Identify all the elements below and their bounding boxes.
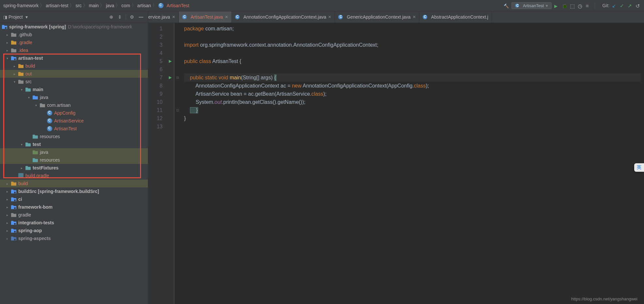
breadcrumb[interactable]: spring-framework〉 artisan-test〉 src〉 mai…: [3, 3, 504, 8]
tree-label: gradle: [18, 212, 31, 217]
breadcrumb-item[interactable]: artisan-test: [46, 3, 68, 8]
tree-item[interactable]: src: [0, 78, 148, 86]
tree-item-class[interactable]: ArtisanService: [0, 117, 148, 125]
fold-icon[interactable]: ⊟: [174, 73, 181, 82]
sidebar-title[interactable]: Project: [3, 14, 106, 20]
tree-label: src: [25, 79, 32, 84]
code-area[interactable]: package com.artisan; import org.springfr…: [181, 23, 644, 304]
tree-label: main: [33, 87, 43, 92]
run-gutter-icon[interactable]: [166, 57, 174, 65]
git-push-icon[interactable]: [628, 3, 633, 8]
class-icon: [338, 15, 343, 19]
tree-item[interactable]: gradle: [0, 211, 148, 219]
tree-item[interactable]: java: [0, 93, 148, 101]
breadcrumb-item[interactable]: spring-framework: [3, 3, 39, 8]
settings-icon[interactable]: [129, 14, 135, 20]
run-config-selector[interactable]: ArtisanTest ▾: [511, 2, 552, 9]
collapse-icon[interactable]: [137, 14, 145, 20]
editor-body[interactable]: 1 2 3 4 5 6 7 8 9 10 11 12 13: [148, 23, 644, 304]
editor-tab[interactable]: ervice.java: [148, 11, 179, 23]
line-number: 11: [148, 106, 163, 114]
tree-item[interactable]: main: [0, 86, 148, 93]
close-icon[interactable]: [225, 15, 228, 19]
git-label: Git:: [602, 3, 609, 8]
line-number: 12: [148, 114, 163, 122]
close-icon[interactable]: [413, 15, 416, 19]
module-icon: [11, 228, 16, 233]
tree-item[interactable]: framework-bom: [0, 203, 148, 211]
tree-item[interactable]: out: [0, 70, 148, 78]
tree-item[interactable]: build: [0, 62, 148, 70]
tree-item-class[interactable]: AppConfig: [0, 109, 148, 117]
folder-icon: [18, 79, 24, 84]
git-commit-icon[interactable]: [620, 3, 625, 8]
line-numbers: 1 2 3 4 5 6 7 8 9 10 11 12 13: [148, 23, 166, 304]
tree-item[interactable]: spring-aop: [0, 227, 148, 234]
tree-label: java: [40, 95, 48, 100]
coverage-icon[interactable]: ⬚: [570, 3, 575, 8]
project-tree[interactable]: spring-framework [spring] D:\workspace\s…: [0, 23, 148, 304]
editor-tab-active[interactable]: ArtisanTest.java: [179, 11, 232, 23]
expand-icon[interactable]: [117, 14, 123, 20]
breadcrumb-item[interactable]: artisan: [137, 3, 151, 8]
watermark: https://blog.csdn.net/yangshangwei: [571, 296, 637, 301]
fold-icon[interactable]: ⊡: [174, 106, 181, 114]
stop-icon[interactable]: ■: [586, 3, 591, 8]
editor-tab[interactable]: AnnotationConfigApplicationContext.java: [232, 11, 335, 23]
run-gutter-icon[interactable]: [166, 73, 174, 82]
editor-tab[interactable]: AbstractApplicationContext.j: [419, 11, 492, 23]
build-icon[interactable]: [504, 3, 509, 8]
breadcrumb-item[interactable]: main: [89, 3, 99, 8]
tree-item[interactable]: spring-aspects: [0, 234, 148, 242]
line-number: 1: [148, 24, 163, 33]
class-icon: [158, 3, 164, 8]
profile-icon[interactable]: ◷: [578, 3, 583, 8]
tree-item[interactable]: .gradle: [0, 39, 148, 46]
tree-item[interactable]: testFixtures: [0, 164, 148, 172]
class-icon: [47, 126, 52, 131]
tree-item[interactable]: test: [0, 140, 148, 148]
breadcrumb-item[interactable]: java: [106, 3, 114, 8]
editor-tab[interactable]: GenericApplicationContext.java: [335, 11, 419, 23]
module-icon: [11, 220, 16, 225]
editor-area: ervice.java ArtisanTest.java AnnotationC…: [148, 11, 644, 304]
close-icon[interactable]: [328, 15, 331, 19]
breadcrumb-current[interactable]: ArtisanTest: [167, 3, 189, 8]
line-number: 9: [148, 90, 163, 98]
debug-icon[interactable]: [562, 3, 567, 8]
gutter-icons: [166, 23, 174, 304]
run-icon[interactable]: [554, 3, 559, 8]
toolbar-actions: ArtisanTest ▾ ⬚ ◷ ■ Git: ↺: [504, 2, 641, 9]
tree-item[interactable]: .idea: [0, 46, 148, 54]
tree-item[interactable]: ci: [0, 195, 148, 203]
tree-label: AppConfig: [54, 110, 75, 116]
tree-item[interactable]: buildSrc [spring-framework.buildSrc]: [0, 187, 148, 195]
history-icon[interactable]: ↺: [636, 3, 641, 8]
tree-item[interactable]: integration-tests: [0, 219, 148, 227]
tree-item-class[interactable]: ArtisanTest: [0, 125, 148, 133]
breadcrumb-item[interactable]: src: [75, 3, 82, 8]
tree-item[interactable]: resources: [0, 133, 148, 140]
tree-item[interactable]: resources: [0, 156, 148, 164]
close-icon[interactable]: [172, 15, 175, 19]
tree-item-artisan-test[interactable]: artisan-test: [0, 54, 148, 62]
language-badge[interactable]: 英: [634, 163, 644, 172]
tree-label: integration-tests: [18, 220, 54, 225]
folder-icon: [33, 134, 38, 139]
locate-file-icon[interactable]: [108, 14, 115, 20]
sidebar-header: Project: [0, 11, 148, 23]
tree-label: spring-framework [spring]: [9, 24, 66, 29]
tree-item[interactable]: com.artisan: [0, 101, 148, 109]
tree-item[interactable]: java: [0, 148, 148, 156]
tree-item[interactable]: .github: [0, 31, 148, 39]
tree-label: .idea: [18, 48, 28, 53]
tree-root[interactable]: spring-framework [spring] D:\workspace\s…: [0, 23, 148, 31]
class-icon: [423, 15, 427, 19]
run-config-name: ArtisanTest: [523, 3, 544, 8]
breadcrumb-item[interactable]: com: [121, 3, 130, 8]
module-icon: [11, 197, 16, 202]
tree-item[interactable]: build: [0, 180, 148, 187]
git-pull-icon[interactable]: [612, 3, 617, 8]
project-sidebar: Project spring-framework [spring] D:\wor…: [0, 11, 148, 304]
tree-item-gradle[interactable]: build.gradle: [0, 172, 148, 180]
